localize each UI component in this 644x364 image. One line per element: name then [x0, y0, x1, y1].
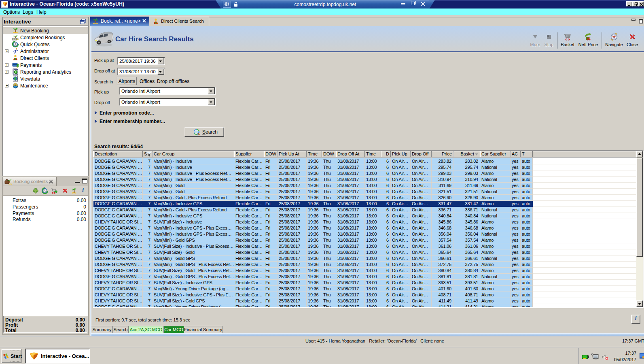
- svg-text:$: $: [17, 63, 19, 68]
